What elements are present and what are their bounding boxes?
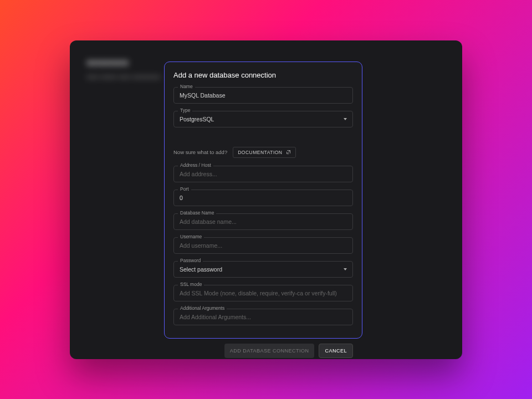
documentation-label: DOCUMENTATION <box>238 150 282 155</box>
password-selected-value: Select password <box>180 266 222 273</box>
username-input[interactable] <box>173 237 353 254</box>
name-field-group: Name <box>173 87 353 104</box>
port-input[interactable] <box>173 190 353 206</box>
password-field-group: Password Select password <box>173 261 353 278</box>
dbname-input[interactable] <box>173 213 353 230</box>
sslmode-input[interactable] <box>173 285 353 301</box>
address-label: Address / Host <box>178 162 213 168</box>
external-link-icon <box>286 150 291 155</box>
name-label: Name <box>178 84 195 89</box>
cancel-button[interactable]: CANCEL <box>319 344 353 358</box>
button-row: ADD DATABASE CONNECTION CANCEL <box>173 332 353 358</box>
sslmode-label: SSL mode <box>178 282 204 287</box>
chevron-down-icon <box>344 268 347 270</box>
documentation-button[interactable]: DOCUMENTATION <box>233 147 295 158</box>
sslmode-field-group: SSL mode <box>173 285 353 301</box>
address-input[interactable] <box>173 166 353 182</box>
add-database-connection-button[interactable]: ADD DATABASE CONNECTION <box>224 344 315 358</box>
username-label: Username <box>178 234 204 239</box>
address-field-group: Address / Host <box>173 166 353 182</box>
username-field-group: Username <box>173 237 353 254</box>
app-backdrop: ■■■■■■■ ■■■ ■■■■ ■■■ ■■■■■■■ ■■■ ■■■■■■ … <box>70 40 462 359</box>
type-field-group: Type PostgresSQL <box>173 111 353 127</box>
additional-args-label: Additional Arguments <box>178 305 227 311</box>
port-field-group: Port <box>173 190 353 206</box>
modal-title: Add a new database connection <box>173 71 353 79</box>
chevron-down-icon <box>344 118 347 120</box>
additional-args-field-group: Additional Arguments <box>173 309 353 325</box>
port-label: Port <box>178 186 191 192</box>
help-row: Now sure what to add? DOCUMENTATION <box>173 147 353 158</box>
type-select[interactable]: PostgresSQL <box>173 111 353 127</box>
dbname-label: Database Name <box>178 210 216 216</box>
password-select[interactable]: Select password <box>173 261 353 278</box>
password-label: Password <box>178 258 203 263</box>
add-database-connection-modal: Add a new database connection Name Type … <box>164 62 362 339</box>
type-label: Type <box>178 108 192 113</box>
name-input[interactable] <box>173 87 353 104</box>
help-text: Now sure what to add? <box>173 149 227 155</box>
additional-args-input[interactable] <box>173 309 353 325</box>
type-selected-value: PostgresSQL <box>180 116 214 122</box>
dbname-field-group: Database Name <box>173 213 353 230</box>
